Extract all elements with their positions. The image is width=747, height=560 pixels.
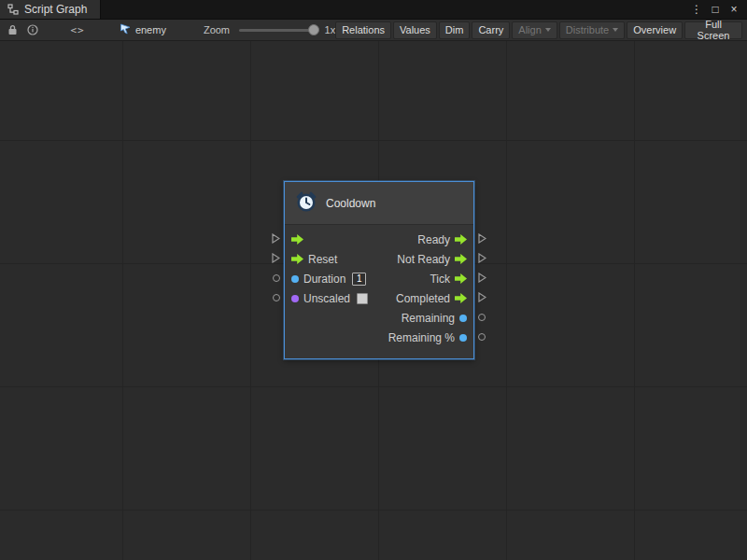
flow-in-connector-icon[interactable] xyxy=(272,253,280,263)
graph-icon xyxy=(7,4,19,15)
left-port-rail xyxy=(269,181,280,346)
titlebar: Script Graph ⋮ □ × xyxy=(0,0,747,20)
distribute-label: Distribute xyxy=(566,24,609,35)
node-row: Remaining % xyxy=(285,328,473,347)
maximize-icon[interactable]: □ xyxy=(708,0,723,19)
script-graph-window: Script Graph ⋮ □ × <> xyxy=(0,0,747,560)
value-port-icon xyxy=(459,334,467,342)
flow-arrow-icon xyxy=(291,234,303,245)
port-label: Unscaled xyxy=(303,292,350,305)
flow-out-connector-icon[interactable] xyxy=(478,253,486,263)
port-label: Not Ready xyxy=(397,253,450,266)
right-port-rail xyxy=(478,181,489,346)
chevron-down-icon xyxy=(613,28,618,32)
alarm-clock-icon xyxy=(295,190,317,217)
value-in-connector-icon[interactable] xyxy=(273,294,280,301)
relations-button[interactable]: Relations xyxy=(335,21,391,39)
cooldown-node-header[interactable]: Cooldown xyxy=(285,182,473,225)
flow-arrow-icon xyxy=(455,273,467,284)
values-button[interactable]: Values xyxy=(393,21,437,39)
zoom-slider[interactable] xyxy=(239,24,318,35)
port-completed[interactable]: Completed xyxy=(396,292,467,305)
node-area: Cooldown Ready xyxy=(269,181,489,359)
chevron-down-icon xyxy=(545,28,551,32)
tab-script-graph[interactable]: Script Graph xyxy=(0,0,101,19)
node-row: Unscaled Completed xyxy=(285,288,473,308)
code-icon[interactable]: <> xyxy=(67,21,88,39)
graph-toolbar: <> enemy Zoom 1x Relations Values Dim Ca… xyxy=(0,20,747,41)
graph-asset-icon xyxy=(120,23,131,36)
value-in-connector-icon[interactable] xyxy=(273,274,280,282)
zoom-slider-track[interactable] xyxy=(239,29,318,32)
port-label: Tick xyxy=(430,273,450,286)
overview-button[interactable]: Overview xyxy=(627,21,683,39)
flow-arrow-icon xyxy=(455,234,467,245)
carry-button[interactable]: Carry xyxy=(472,21,510,39)
value-port-icon xyxy=(459,315,467,322)
port-label: Duration xyxy=(303,273,345,286)
port-label: Remaining xyxy=(402,312,455,325)
flow-out-connector-icon[interactable] xyxy=(478,233,486,244)
node-row: Duration Tick xyxy=(285,269,473,288)
graph-breadcrumb[interactable]: enemy xyxy=(120,23,166,36)
toolbar-buttons: Relations Values Dim Carry Align Distrib… xyxy=(335,21,744,39)
node-body: Ready Reset xyxy=(285,225,473,358)
dim-button[interactable]: Dim xyxy=(439,21,471,39)
port-label: Remaining % xyxy=(388,331,455,344)
flow-arrow-icon xyxy=(291,254,303,264)
graph-name: enemy xyxy=(135,24,166,35)
window-controls: ⋮ □ × xyxy=(689,0,747,19)
tab-label: Script Graph xyxy=(24,3,87,16)
port-flow-input[interactable] xyxy=(291,234,303,245)
node-row: Remaining xyxy=(285,308,473,328)
port-label: Ready xyxy=(417,233,450,246)
port-label: Reset xyxy=(308,253,337,266)
port-label: Completed xyxy=(396,292,450,305)
port-unscaled[interactable]: Unscaled xyxy=(291,292,368,305)
graph-canvas[interactable]: Cooldown Ready xyxy=(0,41,747,560)
value-out-connector-icon[interactable] xyxy=(478,314,486,321)
node-row: Reset Not Ready xyxy=(285,249,473,269)
unscaled-checkbox[interactable] xyxy=(357,293,368,304)
value-port-icon xyxy=(291,295,299,302)
zoom-slider-handle[interactable] xyxy=(308,24,319,35)
port-duration[interactable]: Duration xyxy=(291,273,366,286)
cooldown-node[interactable]: Cooldown Ready xyxy=(284,181,474,359)
value-port-icon xyxy=(291,275,299,283)
align-button: Align xyxy=(512,21,557,39)
port-tick[interactable]: Tick xyxy=(430,273,467,286)
port-ready[interactable]: Ready xyxy=(417,233,467,246)
lock-icon[interactable] xyxy=(3,21,23,39)
flow-out-connector-icon[interactable] xyxy=(478,292,486,302)
fullscreen-button[interactable]: Full Screen xyxy=(684,21,742,39)
distribute-button: Distribute xyxy=(559,21,625,39)
zoom-label: Zoom xyxy=(204,24,230,35)
port-remaining[interactable]: Remaining xyxy=(402,312,467,325)
zoom-value: 1x xyxy=(325,24,336,35)
flow-out-connector-icon[interactable] xyxy=(478,273,486,283)
info-icon[interactable] xyxy=(23,21,44,39)
window-menu-icon[interactable]: ⋮ xyxy=(689,0,704,19)
duration-input[interactable] xyxy=(352,273,366,286)
value-out-connector-icon[interactable] xyxy=(478,333,486,341)
node-title: Cooldown xyxy=(326,197,375,210)
flow-arrow-icon xyxy=(455,293,467,303)
node-row: Ready xyxy=(285,230,473,249)
port-not-ready[interactable]: Not Ready xyxy=(397,253,467,266)
align-label: Align xyxy=(518,24,541,35)
close-icon[interactable]: × xyxy=(726,0,741,19)
port-reset[interactable]: Reset xyxy=(291,253,337,266)
flow-arrow-icon xyxy=(455,254,467,264)
flow-in-connector-icon[interactable] xyxy=(272,233,280,244)
port-remaining-percent[interactable]: Remaining % xyxy=(388,331,467,344)
